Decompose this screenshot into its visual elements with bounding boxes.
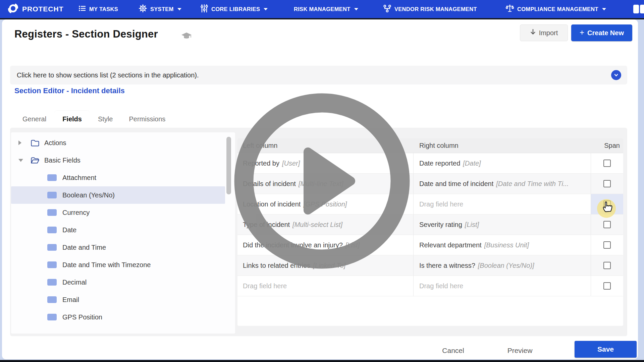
app-root: PROTECHT MY TASKS <box>0 0 644 362</box>
video-play-button[interactable] <box>0 0 644 362</box>
play-triangle-icon <box>308 152 351 210</box>
tab-fields[interactable]: Fields <box>54 111 90 128</box>
